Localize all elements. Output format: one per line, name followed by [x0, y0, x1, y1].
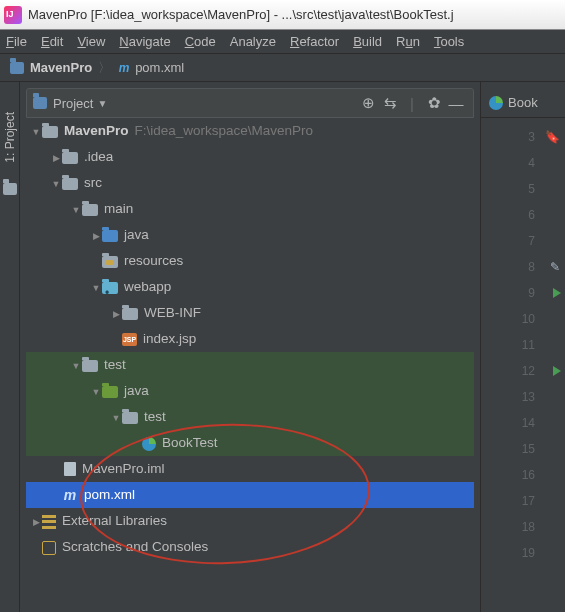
- menu-edit[interactable]: Edit: [41, 34, 63, 49]
- sidetab-project[interactable]: 1: Project: [3, 112, 17, 163]
- gear-icon[interactable]: ✿: [423, 94, 445, 112]
- line-10[interactable]: 10: [481, 306, 565, 332]
- label: BookTest: [162, 430, 218, 456]
- line-6[interactable]: 6: [481, 202, 565, 228]
- tree-main-java[interactable]: java: [26, 222, 474, 248]
- folder-icon: [33, 97, 47, 109]
- breadcrumb-bar: MavenPro 〉 m pom.xml: [0, 54, 565, 82]
- breadcrumb-sep-icon: 〉: [98, 59, 111, 77]
- line-16[interactable]: 16: [481, 462, 565, 488]
- label: src: [84, 170, 102, 196]
- menu-file[interactable]: File: [6, 34, 27, 49]
- expand-icon[interactable]: [70, 352, 82, 379]
- tree-pom[interactable]: pom.xml: [26, 482, 474, 508]
- tree-scratches[interactable]: Scratches and Consoles: [26, 534, 474, 560]
- locate-icon[interactable]: ⊕: [357, 94, 379, 112]
- label: MavenPro.iml: [82, 456, 165, 482]
- tree-resources[interactable]: resources: [26, 248, 474, 274]
- line-8[interactable]: 8✎: [481, 254, 565, 280]
- menu-navigate[interactable]: Navigate: [119, 34, 170, 49]
- line-4[interactable]: 4: [481, 150, 565, 176]
- tree-booktest[interactable]: BookTest: [26, 430, 474, 456]
- line-18[interactable]: 18: [481, 514, 565, 540]
- menu-build[interactable]: Build: [353, 34, 382, 49]
- menu-view[interactable]: View: [77, 34, 105, 49]
- label: .idea: [84, 144, 113, 170]
- expand-icon[interactable]: [50, 144, 62, 171]
- line-7[interactable]: 7: [481, 228, 565, 254]
- test-class-icon: [489, 96, 503, 110]
- label: Scratches and Consoles: [62, 534, 208, 560]
- editor-tab-booktest[interactable]: Book: [481, 88, 565, 118]
- label: pom.xml: [84, 482, 135, 508]
- project-tree[interactable]: MavenPro F:\idea_workspace\MavenPro .ide…: [26, 118, 474, 560]
- editor-area: Book 3🔖 4 5 6 7 8✎ 9 10 11 12 13 14 15 1…: [480, 82, 565, 612]
- tree-webapp[interactable]: webapp: [26, 274, 474, 300]
- tree-indexjsp[interactable]: index.jsp: [26, 326, 474, 352]
- root-name: MavenPro: [64, 118, 129, 144]
- line-15[interactable]: 15: [481, 436, 565, 462]
- tree-root[interactable]: MavenPro F:\idea_workspace\MavenPro: [26, 118, 474, 144]
- package-folder-icon: [122, 412, 138, 424]
- hide-icon[interactable]: —: [445, 95, 467, 112]
- tree-test-pkg[interactable]: test: [26, 404, 474, 430]
- tree-webinf[interactable]: WEB-INF: [26, 300, 474, 326]
- menu-code[interactable]: Code: [185, 34, 216, 49]
- label: webapp: [124, 274, 171, 300]
- label: External Libraries: [62, 508, 167, 534]
- line-19[interactable]: 19: [481, 540, 565, 566]
- expand-icon[interactable]: [110, 404, 122, 431]
- breadcrumb-root[interactable]: MavenPro: [30, 60, 92, 75]
- app-logo-icon: [4, 6, 22, 24]
- edit-icon: ✎: [550, 260, 560, 274]
- expand-icon[interactable]: [90, 274, 102, 301]
- tree-main[interactable]: main: [26, 196, 474, 222]
- run-gutter-icon: [553, 366, 561, 376]
- line-17[interactable]: 17: [481, 488, 565, 514]
- expand-icon[interactable]: [110, 300, 122, 327]
- tree-external-libs[interactable]: External Libraries: [26, 508, 474, 534]
- folder-icon: [82, 204, 98, 216]
- library-icon: [42, 515, 56, 529]
- folder-icon: [82, 360, 98, 372]
- line-12[interactable]: 12: [481, 358, 565, 384]
- label: main: [104, 196, 133, 222]
- expand-icon[interactable]: [70, 196, 82, 223]
- expand-icon[interactable]: [50, 170, 62, 197]
- project-tool-pane: Project ▼ ⊕ ⇆ | ✿ — MavenPro F:\idea_wor…: [20, 82, 480, 612]
- sidetab-files-icon[interactable]: [3, 183, 17, 195]
- folder-icon: [62, 178, 78, 190]
- window-title: MavenPro [F:\idea_workspace\MavenPro] - …: [28, 7, 454, 22]
- tree-src[interactable]: src: [26, 170, 474, 196]
- root-path: F:\idea_workspace\MavenPro: [135, 118, 314, 144]
- line-3[interactable]: 3🔖: [481, 124, 565, 150]
- line-14[interactable]: 14: [481, 410, 565, 436]
- pane-title[interactable]: Project: [53, 96, 93, 111]
- menu-tools[interactable]: Tools: [434, 34, 464, 49]
- menu-run[interactable]: Run: [396, 34, 420, 49]
- dropdown-icon[interactable]: ▼: [97, 98, 107, 109]
- tree-idea[interactable]: .idea: [26, 144, 474, 170]
- line-11[interactable]: 11: [481, 332, 565, 358]
- line-13[interactable]: 13: [481, 384, 565, 410]
- maven-file-icon: [62, 487, 78, 503]
- bookmark-icon: 🔖: [545, 130, 560, 144]
- tree-test[interactable]: test: [26, 352, 474, 378]
- expand-icon[interactable]: [30, 508, 42, 535]
- collapse-icon[interactable]: ⇆: [379, 94, 401, 112]
- menu-analyze[interactable]: Analyze: [230, 34, 276, 49]
- main-menubar[interactable]: File Edit View Navigate Code Analyze Ref…: [0, 30, 565, 54]
- tree-test-java[interactable]: java: [26, 378, 474, 404]
- breadcrumb-file[interactable]: pom.xml: [135, 60, 184, 75]
- expand-icon[interactable]: [90, 222, 102, 249]
- line-9[interactable]: 9: [481, 280, 565, 306]
- menu-refactor[interactable]: Refactor: [290, 34, 339, 49]
- expand-icon[interactable]: [90, 378, 102, 405]
- test-source-folder-icon: [102, 386, 118, 398]
- label: resources: [124, 248, 183, 274]
- project-pane-header: Project ▼ ⊕ ⇆ | ✿ —: [26, 88, 474, 118]
- tree-iml[interactable]: MavenPro.iml: [26, 456, 474, 482]
- expand-icon[interactable]: [30, 118, 42, 145]
- web-folder-icon: [102, 282, 118, 294]
- line-5[interactable]: 5: [481, 176, 565, 202]
